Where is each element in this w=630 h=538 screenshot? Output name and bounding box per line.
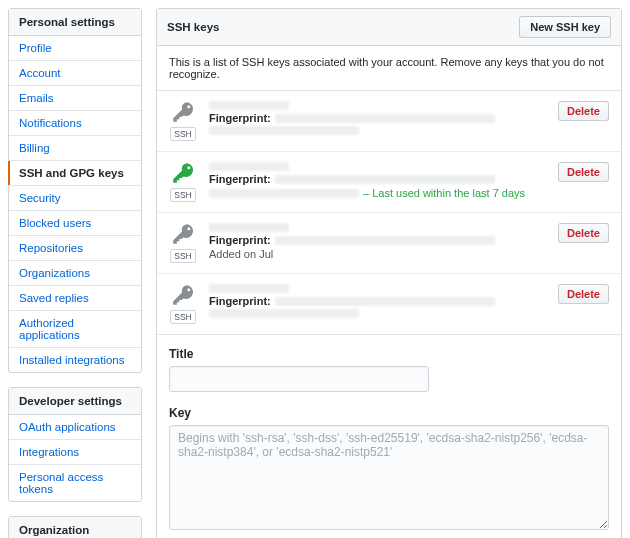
sidebar-item[interactable]: Security <box>9 186 141 210</box>
fingerprint-label: Fingerprint: <box>209 234 271 246</box>
sidebar-item[interactable]: Profile <box>9 36 141 60</box>
panel-description: This is a list of SSH keys associated wi… <box>157 46 621 91</box>
key-icon <box>172 284 194 306</box>
sidebar-item[interactable]: Account <box>9 61 141 85</box>
sidebar-section-title: Organization settings <box>9 517 141 538</box>
sidebar-section: Personal settingsProfileAccountEmailsNot… <box>8 8 142 373</box>
sidebar-item[interactable]: Notifications <box>9 111 141 135</box>
sidebar-item[interactable]: Blocked users <box>9 211 141 235</box>
ssh-badge: SSH <box>170 127 195 141</box>
sidebar-item[interactable]: OAuth applications <box>9 415 141 439</box>
key-textarea[interactable] <box>169 425 609 530</box>
delete-key-button[interactable]: Delete <box>558 162 609 182</box>
panel-header: SSH keys New SSH key <box>157 9 621 46</box>
add-key-form: Title Key Add SSH key <box>157 335 621 538</box>
sidebar-item[interactable]: Saved replies <box>9 286 141 310</box>
sidebar-item[interactable]: SSH and GPG keys <box>9 161 141 185</box>
title-input[interactable] <box>169 366 429 392</box>
key-icon <box>172 223 194 245</box>
fingerprint-label: Fingerprint: <box>209 295 271 307</box>
panel-title: SSH keys <box>167 21 219 33</box>
main-content: SSH keys New SSH key This is a list of S… <box>156 8 622 538</box>
ssh-badge: SSH <box>170 310 195 324</box>
ssh-keys-panel: SSH keys New SSH key This is a list of S… <box>156 8 622 538</box>
ssh-badge: SSH <box>170 188 195 202</box>
ssh-badge: SSH <box>170 249 195 263</box>
new-ssh-key-button[interactable]: New SSH key <box>519 16 611 38</box>
fingerprint-label: Fingerprint: <box>209 173 271 185</box>
ssh-key-row: SSHFingerprint: Added on JulDelete <box>157 213 621 274</box>
sidebar-item[interactable]: Emails <box>9 86 141 110</box>
ssh-key-row: SSHFingerprint: Delete <box>157 274 621 334</box>
sidebar-section: Organization settingsChillinAstroTurtles <box>8 516 142 538</box>
key-field-label: Key <box>169 406 609 420</box>
sidebar-item[interactable]: Authorized applications <box>9 311 141 347</box>
sidebar-item[interactable]: Installed integrations <box>9 348 141 372</box>
key-icon <box>172 101 194 123</box>
sidebar-item[interactable]: Organizations <box>9 261 141 285</box>
recent-use-text: – Last used within the last 7 days <box>363 187 525 199</box>
ssh-key-row: SSHFingerprint: Delete <box>157 91 621 152</box>
sidebar-item[interactable]: Repositories <box>9 236 141 260</box>
delete-key-button[interactable]: Delete <box>558 284 609 304</box>
ssh-key-row: SSHFingerprint: – Last used within the l… <box>157 152 621 213</box>
delete-key-button[interactable]: Delete <box>558 101 609 121</box>
delete-key-button[interactable]: Delete <box>558 223 609 243</box>
added-on-text: Added on Jul <box>209 248 273 260</box>
sidebar-section: Developer settingsOAuth applicationsInte… <box>8 387 142 502</box>
sidebar-item[interactable]: Billing <box>9 136 141 160</box>
sidebar-item[interactable]: Personal access tokens <box>9 465 141 501</box>
key-icon <box>172 162 194 184</box>
sidebar-section-title: Developer settings <box>9 388 141 415</box>
sidebar-section-title: Personal settings <box>9 9 141 36</box>
fingerprint-label: Fingerprint: <box>209 112 271 124</box>
settings-sidebar: Personal settingsProfileAccountEmailsNot… <box>8 8 142 538</box>
ssh-key-list: SSHFingerprint: DeleteSSHFingerprint: – … <box>157 91 621 335</box>
title-field-label: Title <box>169 347 609 361</box>
sidebar-item[interactable]: Integrations <box>9 440 141 464</box>
